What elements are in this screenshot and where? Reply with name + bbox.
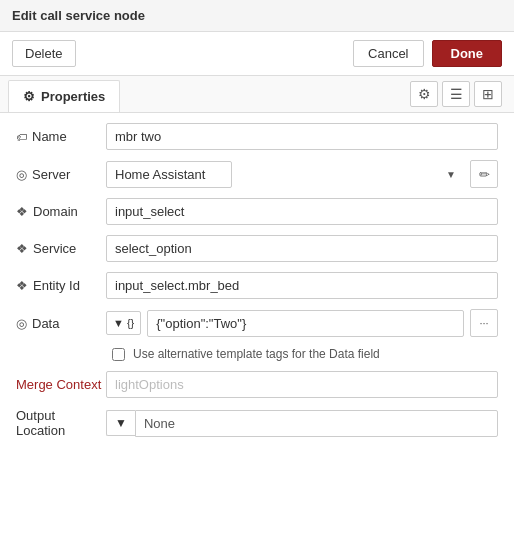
entity-icon <box>16 278 28 293</box>
tab-properties[interactable]: Properties <box>8 80 120 112</box>
merge-context-row: Merge Context <box>16 371 498 398</box>
name-label: Name <box>16 129 106 144</box>
data-row: Data ▼ {} ··· <box>16 309 498 337</box>
template-checkbox-label: Use alternative template tags for the Da… <box>133 347 380 361</box>
template-checkbox-row: Use alternative template tags for the Da… <box>112 347 498 361</box>
dialog-title: Edit call service node <box>12 8 145 23</box>
output-control: ▼ None <box>106 410 498 437</box>
tab-icon-grid[interactable]: ⊞ <box>474 81 502 107</box>
title-bar: Edit call service node <box>0 0 514 32</box>
tab-icon-list[interactable]: ☰ <box>442 81 470 107</box>
tab-icon-settings[interactable]: ⚙ <box>410 81 438 107</box>
domain-icon <box>16 204 28 219</box>
data-label: Data <box>16 316 106 331</box>
domain-input[interactable] <box>106 198 498 225</box>
server-row: Server Home Assistant ✏ <box>16 160 498 188</box>
server-select[interactable]: Home Assistant <box>106 161 232 188</box>
output-location-label: Output Location <box>16 408 106 438</box>
toolbar: Delete Cancel Done <box>0 32 514 76</box>
entity-id-label: Entity Id <box>16 278 106 293</box>
data-type-label: {} <box>127 317 134 329</box>
tab-icon-group: ⚙ ☰ ⊞ <box>406 77 506 111</box>
merge-context-input[interactable] <box>106 371 498 398</box>
data-type-button[interactable]: ▼ {} <box>106 311 141 335</box>
merge-context-label: Merge Context <box>16 377 106 392</box>
template-checkbox[interactable] <box>112 348 125 361</box>
data-input[interactable] <box>147 310 464 337</box>
delete-button[interactable]: Delete <box>12 40 76 67</box>
more-icon: ··· <box>479 317 488 329</box>
output-chevron-icon: ▼ <box>115 416 127 430</box>
done-button[interactable]: Done <box>432 40 503 67</box>
output-location-row: Output Location ▼ None <box>16 408 498 438</box>
pencil-icon: ✏ <box>479 167 490 182</box>
output-value: None <box>135 410 498 437</box>
server-control: Home Assistant ✏ <box>106 160 498 188</box>
name-input[interactable] <box>106 123 498 150</box>
output-type-button[interactable]: ▼ <box>106 410 135 436</box>
tab-bar: Properties ⚙ ☰ ⊞ <box>0 76 514 113</box>
server-edit-button[interactable]: ✏ <box>470 160 498 188</box>
data-icon <box>16 316 27 331</box>
service-icon <box>16 241 28 256</box>
server-select-wrapper: Home Assistant <box>106 161 464 188</box>
service-input[interactable] <box>106 235 498 262</box>
server-icon <box>16 167 27 182</box>
name-row: Name <box>16 123 498 150</box>
toolbar-right: Cancel Done <box>353 40 502 67</box>
gear-icon <box>23 89 35 104</box>
entity-id-row: Entity Id <box>16 272 498 299</box>
tag-icon <box>16 129 27 144</box>
cancel-button[interactable]: Cancel <box>353 40 423 67</box>
service-row: Service <box>16 235 498 262</box>
chevron-down-icon: ▼ <box>113 317 124 329</box>
form-body: Name Server Home Assistant ✏ Domain <box>0 113 514 464</box>
domain-label: Domain <box>16 204 106 219</box>
data-control: ▼ {} ··· <box>106 309 498 337</box>
domain-row: Domain <box>16 198 498 225</box>
server-label: Server <box>16 167 106 182</box>
entity-id-input[interactable] <box>106 272 498 299</box>
data-more-button[interactable]: ··· <box>470 309 498 337</box>
tab-properties-label: Properties <box>41 89 105 104</box>
service-label: Service <box>16 241 106 256</box>
